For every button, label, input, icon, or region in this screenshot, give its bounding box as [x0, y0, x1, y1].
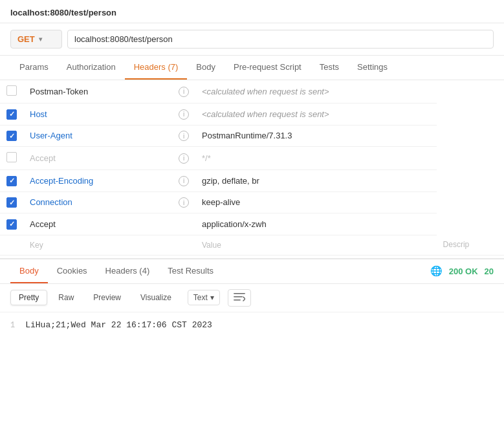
table-row: Accept application/x-zwh — [0, 213, 504, 235]
table-row: Connection i keep-alive — [0, 191, 504, 213]
response-body: 1 LiHua;21;Wed Mar 22 16:17:06 CST 2023 — [0, 312, 504, 338]
table-row: User-Agent i PostmanRuntime/7.31.3 — [0, 125, 504, 147]
fmt-tab-pretty[interactable]: Pretty — [10, 290, 47, 305]
header-value: <calculated when request is sent> — [202, 87, 329, 96]
header-key: Accept — [30, 219, 56, 229]
resp-tab-body[interactable]: Body — [10, 259, 48, 283]
method-chevron: ▾ — [39, 36, 42, 43]
header-checkbox[interactable] — [6, 85, 17, 96]
method-label: GET — [17, 34, 35, 44]
table-row: Postman-Token i <calculated when request… — [0, 80, 504, 104]
info-icon[interactable]: i — [179, 197, 189, 208]
placeholder-value: Value — [202, 241, 221, 250]
placeholder-description: Descrip — [443, 240, 470, 249]
table-row: Accept i */* — [0, 147, 504, 170]
wrap-button[interactable] — [228, 289, 251, 307]
info-icon[interactable]: i — [179, 131, 189, 141]
header-checkbox[interactable] — [6, 152, 17, 162]
globe-icon: 🌐 — [430, 265, 443, 277]
request-tabs: Params Authorization Headers (7) Body Pr… — [0, 56, 504, 80]
header-value: */* — [202, 153, 211, 163]
tab-tests[interactable]: Tests — [311, 56, 348, 80]
response-content: LiHua;21;Wed Mar 22 16:17:06 CST 2023 — [25, 320, 212, 330]
headers-badge: (7) — [168, 62, 178, 72]
response-line: 1 LiHua;21;Wed Mar 22 16:17:06 CST 2023 — [10, 320, 494, 330]
header-key: User-Agent — [30, 131, 72, 140]
svg-rect-2 — [234, 300, 241, 301]
tab-params[interactable]: Params — [10, 56, 58, 80]
url-input[interactable] — [67, 30, 494, 49]
header-checkbox[interactable] — [6, 176, 17, 186]
header-key: Accept-Encoding — [30, 176, 93, 186]
page-title: localhost:8080/test/person — [0, 0, 504, 23]
response-section: Body Cookies Headers (4) Test Results 🌐 … — [0, 258, 504, 338]
info-icon[interactable]: i — [179, 87, 189, 97]
header-value: application/x-zwh — [202, 219, 267, 229]
method-selector[interactable]: GET ▾ — [10, 30, 62, 49]
info-icon[interactable]: i — [179, 153, 189, 164]
header-value: keep-alive — [202, 197, 240, 207]
header-key: Accept — [30, 153, 56, 163]
resp-tab-test-results[interactable]: Test Results — [159, 259, 223, 283]
fmt-tab-raw[interactable]: Raw — [50, 290, 82, 305]
headers-table: Postman-Token i <calculated when request… — [0, 80, 504, 256]
header-key: Postman-Token — [30, 87, 88, 96]
text-format-selector[interactable]: Text ▾ — [188, 290, 220, 305]
header-checkbox[interactable] — [6, 219, 17, 230]
svg-rect-0 — [234, 293, 245, 294]
table-row: Host i <calculated when request is sent> — [0, 104, 504, 125]
response-tabs: Body Cookies Headers (4) Test Results 🌐 … — [0, 259, 504, 284]
tab-authorization[interactable]: Authorization — [58, 56, 125, 80]
line-number: 1 — [10, 321, 15, 330]
header-checkbox[interactable] — [6, 197, 17, 208]
fmt-tab-visualize[interactable]: Visualize — [132, 290, 180, 305]
header-value: <calculated when request is sent> — [202, 109, 329, 119]
table-row: Accept-Encoding i gzip, deflate, br — [0, 170, 504, 192]
fmt-tab-preview[interactable]: Preview — [85, 290, 129, 305]
resp-tab-cookies[interactable]: Cookies — [48, 259, 96, 283]
resp-tab-headers[interactable]: Headers (4) — [96, 259, 159, 283]
info-icon[interactable]: i — [179, 176, 189, 186]
response-status: 🌐 200 OK 20 — [430, 265, 494, 277]
headers-placeholder-row: Key Value Descrip — [0, 235, 504, 255]
tab-pre-request-script[interactable]: Pre-request Script — [225, 56, 311, 80]
header-checkbox[interactable] — [6, 131, 17, 141]
placeholder-key: Key — [30, 241, 43, 250]
header-value: PostmanRuntime/7.31.3 — [202, 131, 292, 140]
tab-settings[interactable]: Settings — [348, 56, 397, 80]
tab-body[interactable]: Body — [187, 56, 225, 80]
format-tabs: Pretty Raw Preview Visualize Text ▾ — [0, 284, 504, 312]
status-ok: 200 OK — [449, 267, 478, 276]
status-time: 20 — [485, 267, 494, 276]
svg-rect-1 — [234, 296, 243, 298]
text-format-chevron: ▾ — [210, 293, 214, 302]
header-key: Connection — [30, 197, 72, 207]
text-format-label: Text — [193, 293, 208, 302]
header-checkbox[interactable] — [6, 109, 17, 120]
url-bar: GET ▾ — [0, 23, 504, 56]
header-value: gzip, deflate, br — [202, 176, 259, 186]
tab-headers[interactable]: Headers (7) — [125, 56, 188, 80]
info-icon[interactable]: i — [179, 109, 189, 120]
header-key: Host — [30, 109, 47, 119]
